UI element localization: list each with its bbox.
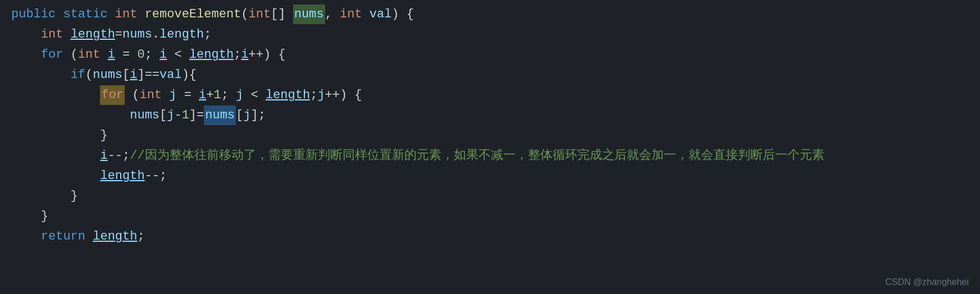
var-length5: length: [93, 227, 137, 246]
num-1: 1: [213, 85, 221, 105]
var-nums4: nums: [204, 105, 236, 125]
var-i4: i: [130, 65, 137, 85]
var-i: i: [108, 45, 115, 65]
num-1b: 1: [182, 105, 189, 125]
var-length3: length: [266, 85, 310, 105]
keyword-if: if: [71, 65, 85, 85]
code-line-8: i --; //因为整体往前移动了，需要重新判断同样位置新的元素，如果不减一，整…: [11, 146, 969, 166]
code-editor: public static int removeElement ( int []…: [0, 0, 980, 294]
keyword-public: public: [11, 4, 56, 24]
var-length2: length: [189, 45, 234, 65]
code-line-2: int length = nums . length ;: [11, 25, 969, 45]
var-val2: val: [159, 65, 182, 85]
code-line-1: public static int removeElement ( int []…: [11, 4, 969, 25]
param-val: val: [370, 4, 392, 24]
var-nums3: nums: [130, 105, 159, 125]
code-line-6: nums [ j - 1 ]= nums [ j ];: [11, 105, 969, 126]
var-i6: i: [100, 146, 107, 166]
prop-length: length: [159, 25, 204, 44]
keyword-return: return: [41, 227, 85, 246]
param-nums: nums: [293, 4, 325, 24]
keyword-for: for: [41, 45, 63, 65]
keyword-for2: for: [100, 85, 125, 105]
keyword-static: static: [63, 4, 107, 24]
type-int: int: [41, 25, 63, 44]
for2-int: int: [139, 85, 162, 105]
code-line-3: for ( int i = 0 ; i < length ; i ++) {: [11, 45, 969, 65]
var-j3: j: [317, 85, 325, 105]
code-line-9: length --;: [11, 166, 969, 186]
var-i2: i: [159, 45, 167, 65]
num-0: 0: [137, 45, 144, 65]
code-line-7: }: [11, 126, 969, 146]
var-nums2: nums: [93, 65, 122, 85]
var-length4: length: [100, 166, 144, 186]
var-j: j: [169, 85, 176, 105]
comment-1: //因为整体往前移动了，需要重新判断同样位置新的元素，如果不减一，整体循环完成之…: [130, 146, 824, 166]
var-length: length: [71, 25, 115, 44]
param-type-int-arr: int: [249, 4, 271, 24]
code-line-11: }: [11, 206, 969, 227]
var-j5: j: [243, 105, 250, 125]
keyword-int: int: [115, 4, 138, 24]
var-nums: nums: [122, 25, 152, 44]
code-line-5: for ( int j = i + 1 ; j < length ; j ++)…: [11, 85, 969, 105]
var-i5: i: [199, 85, 206, 105]
code-line-10: }: [11, 186, 969, 206]
var-j2: j: [236, 85, 243, 105]
code-line-4: if ( nums [ i ]== val ){: [11, 65, 969, 85]
var-i3: i: [241, 45, 248, 65]
code-line-12: return length ;: [11, 227, 969, 247]
for-int: int: [78, 45, 101, 65]
function-name: removeElement: [145, 4, 241, 24]
var-j4: j: [167, 105, 174, 125]
param-type-int: int: [340, 4, 362, 24]
watermark: CSDN @zhanghehei: [885, 275, 969, 290]
